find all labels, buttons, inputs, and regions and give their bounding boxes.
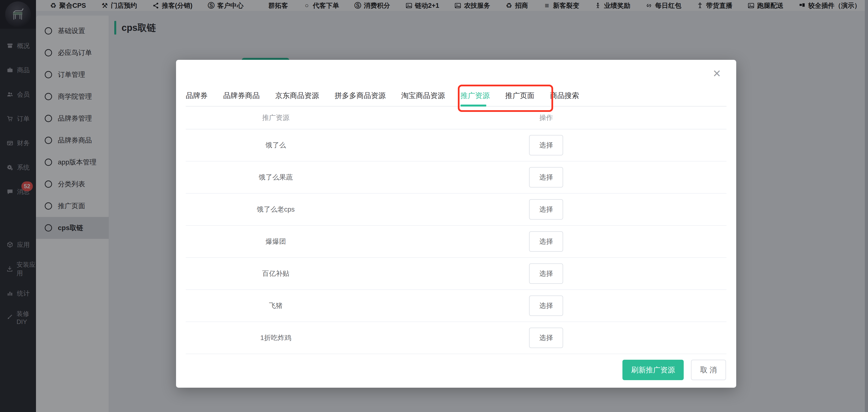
resource-type-tab-label: 品牌券商品 [223, 91, 260, 101]
resource-type-tab-label: 推广页面 [505, 91, 534, 101]
cancel-button[interactable]: 取 消 [691, 360, 726, 380]
resource-type-tab-label: 淘宝商品资源 [401, 91, 445, 101]
dialog-footer: 刷新推广资源 取 消 [622, 360, 726, 380]
table-row: 饿了么果蔬 选择 [186, 161, 726, 194]
select-button[interactable]: 选择 [529, 263, 563, 284]
resource-name: 饿了么果蔬 [186, 173, 366, 182]
resource-type-tabs: 品牌券 品牌券商品 京东商品资源 拼多多商品资源 淘宝商品资源 推广资源 推广页… [186, 85, 726, 107]
select-button[interactable]: 选择 [529, 295, 563, 316]
table-row: 百亿补贴 选择 [186, 258, 726, 290]
resource-name: 爆爆团 [186, 237, 366, 246]
resource-type-tab[interactable]: 京东商品资源 [275, 85, 319, 106]
resource-type-tab[interactable]: 推广资源 [461, 85, 490, 106]
resource-name: 飞猪 [186, 301, 366, 310]
refresh-resources-button[interactable]: 刷新推广资源 [622, 360, 684, 380]
select-button[interactable]: 选择 [529, 231, 563, 252]
select-button[interactable]: 选择 [529, 199, 563, 219]
resource-type-tab[interactable]: 淘宝商品资源 [401, 85, 445, 106]
resource-type-tab-label: 品牌券 [186, 91, 208, 101]
table-row: 饿了么 选择 [186, 129, 726, 161]
table-row: 飞猪 选择 [186, 290, 726, 322]
resource-type-tab-label: 京东商品资源 [275, 91, 319, 101]
resource-type-tab[interactable]: 拼多多商品资源 [335, 85, 385, 106]
resource-type-tab[interactable]: 品牌券 [186, 85, 208, 106]
select-button[interactable]: 选择 [529, 328, 563, 348]
resource-type-tab-label: 拼多多商品资源 [335, 91, 385, 101]
resource-name: 百亿补贴 [186, 269, 366, 278]
select-resource-dialog: ✕ 品牌券 品牌券商品 京东商品资源 拼多多商品资源 淘宝商品资源 推广资源 推… [176, 60, 736, 388]
select-button[interactable]: 选择 [529, 135, 563, 155]
resource-type-tab[interactable]: 品牌券商品 [223, 85, 260, 106]
column-header-resource: 推广资源 [186, 113, 366, 122]
resource-type-tab-label: 商品搜索 [550, 91, 579, 101]
select-button[interactable]: 选择 [529, 167, 563, 187]
table-row: 饿了么老cps 选择 [186, 194, 726, 226]
table-body: 饿了么 选择 饿了么果蔬 选择 饿了么老cps 选择 爆爆团 [186, 129, 726, 354]
column-header-action: 操作 [366, 113, 726, 122]
resource-type-tab[interactable]: 推广页面 [505, 85, 534, 106]
table-header-row: 推广资源 操作 [186, 107, 726, 129]
resource-name: 饿了么 [186, 141, 366, 150]
table-row: 1折吃炸鸡 选择 [186, 322, 726, 354]
resource-type-tab[interactable]: 商品搜索 [550, 85, 579, 106]
resource-name: 饿了么老cps [186, 205, 366, 214]
close-icon[interactable]: ✕ [713, 68, 721, 79]
promotion-resource-table: 推广资源 操作 饿了么 选择 饿了么果蔬 选择 饿了么老cps 选 [186, 107, 726, 354]
table-row: 爆爆团 选择 [186, 226, 726, 258]
resource-name: 1折吃炸鸡 [186, 333, 366, 343]
resource-type-tab-label: 推广资源 [461, 91, 490, 101]
